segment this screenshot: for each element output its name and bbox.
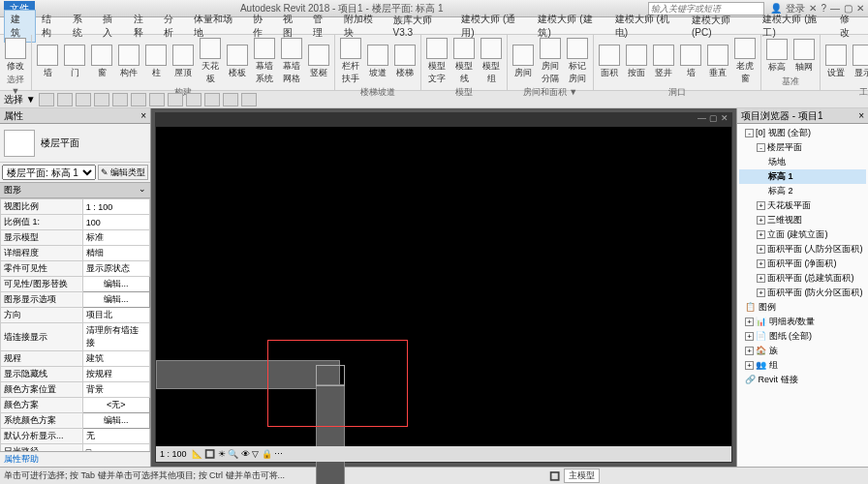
view-control-icons[interactable]: 📐 🔲 ☀ 🔍 👁 ▽ 🔒 ⋯ [192,449,284,459]
view-scale[interactable]: 1 : 100 [160,449,187,459]
ribbon-tool-门[interactable]: 门 [62,44,87,80]
tree-expand-icon[interactable]: + [757,230,765,239]
prop-value[interactable]: □ [82,444,149,452]
qa-btn[interactable] [241,93,257,106]
ribbon-tool-竖梃[interactable]: 竖梃 [306,44,331,80]
prop-value[interactable]: 背景 [82,382,149,398]
viewport[interactable]: — ▢ ✕ 1 : 100 📐 🔲 ☀ 🔍 👁 ▽ 🔒 ⋯ [151,108,736,467]
ribbon-tool-显示[interactable]: 显示 [851,44,868,80]
tree-expand-icon[interactable]: + [757,288,765,297]
view-max-icon[interactable]: ▢ [709,113,718,127]
workset-selector[interactable]: 主模型 [564,469,600,483]
prop-row[interactable]: 图形显示选项编辑... [1,292,150,308]
tree-expand-icon[interactable]: + [745,347,754,355]
tree-node[interactable]: 标高 1 [739,169,866,184]
prop-value[interactable]: 精细 [82,246,149,261]
tree-expand-icon[interactable]: + [757,216,765,225]
properties-help-link[interactable]: 属性帮助 [0,451,150,467]
tree-node[interactable]: +📄 图纸 (全部) [739,329,866,344]
properties-close-icon[interactable]: × [140,110,146,121]
tree-node[interactable]: +面积平面 (人防分区面积) [739,242,866,257]
prop-value[interactable]: 按规程 [82,367,149,382]
ribbon-tool-天花板[interactable]: 天花板 [198,37,223,86]
tree-expand-icon[interactable]: + [745,318,754,326]
prop-row[interactable]: 显示隐藏线按规程 [1,367,150,382]
qa-btn[interactable] [57,93,73,106]
tree-node[interactable]: 🔗 Revit 链接 [739,373,866,387]
ribbon-tool-墙[interactable]: 墙 [35,44,60,80]
ribbon-tool-幕墙网格[interactable]: 幕墙网格 [279,37,304,86]
ribbon-tool-竖井[interactable]: 竖井 [651,44,676,80]
prop-row[interactable]: 颜色方案<无> [1,398,150,413]
ribbon-tool-屋顶[interactable]: 屋顶 [170,44,196,80]
prop-value[interactable]: 编辑... [82,413,149,429]
view-window[interactable]: — ▢ ✕ 1 : 100 📐 🔲 ☀ 🔍 👁 ▽ 🔒 ⋯ [155,112,732,463]
ribbon-tool-构件[interactable]: 构件 [116,44,141,80]
ribbon-tool-楼板[interactable]: 楼板 [225,44,250,80]
tree-node[interactable]: +面积平面 (净面积) [739,257,866,271]
tree-expand-icon[interactable]: + [757,259,765,268]
ribbon-tool-按面[interactable]: 按面 [624,44,649,80]
prop-row[interactable]: 比例值 1:100 [1,215,150,230]
prop-value[interactable]: <无> [82,398,149,413]
prop-value[interactable]: 1 : 100 [82,199,149,215]
tree-expand-icon[interactable]: - [745,129,754,137]
prop-value[interactable]: 编辑... [82,277,149,292]
prop-row[interactable]: 墙连接显示清理所有墙连接 [1,323,150,351]
qa-btn[interactable] [112,93,128,106]
qa-btn[interactable] [76,93,91,106]
prop-value[interactable]: 显示原状态 [82,261,149,277]
ribbon-tool-修改[interactable]: 修改 [3,37,28,74]
tree-node[interactable]: 场地 [739,155,866,169]
prop-row[interactable]: 规程建筑 [1,351,150,367]
tree-node[interactable]: +🏠 族 [739,344,866,358]
tree-expand-icon[interactable]: - [757,143,765,152]
prop-row[interactable]: 视图比例1 : 100 [1,199,150,215]
browser-tree[interactable]: -[0] 视图 (全部)-楼层平面场地标高 1标高 2+天花板平面+三维视图+立… [737,124,868,467]
prop-row[interactable]: 颜色方案位置背景 [1,382,150,398]
prop-row[interactable]: 零件可见性显示原状态 [1,261,150,277]
prop-row[interactable]: 默认分析显示...无 [1,429,150,444]
qa-btn[interactable] [186,93,202,106]
qa-btn[interactable] [131,93,146,106]
prop-row[interactable]: 日光路径□ [1,444,150,452]
prop-value[interactable]: 100 [82,215,149,230]
qa-btn[interactable] [168,93,183,106]
tree-node[interactable]: -楼层平面 [739,140,866,155]
ribbon-tool-模型文字[interactable]: 模型文字 [424,37,450,86]
tree-expand-icon[interactable]: + [745,332,754,341]
tree-expand-icon[interactable]: + [757,201,765,210]
qa-btn[interactable] [39,93,54,106]
props-section-header[interactable]: 图形⌄ [0,182,150,198]
ribbon-tool-墙[interactable]: 墙 [678,44,703,80]
view-close-icon[interactable]: ✕ [721,113,728,127]
tree-node[interactable]: +📊 明细表/数量 [739,315,866,329]
ribbon-tool-楼梯[interactable]: 楼梯 [392,44,418,80]
edit-type-button[interactable]: ✎ 编辑类型 [98,165,148,180]
tree-node[interactable]: +三维视图 [739,213,866,227]
tree-expand-icon[interactable]: + [745,361,754,370]
ribbon-tool-模型线[interactable]: 模型线 [451,37,477,86]
prop-row[interactable]: 详细程度精细 [1,246,150,261]
qa-btn[interactable] [149,93,165,106]
ribbon-tool-窗[interactable]: 窗 [89,44,114,80]
status-icon[interactable]: 🔲 [549,471,560,481]
tree-node[interactable]: 标高 2 [739,184,866,198]
qa-btn[interactable] [94,93,109,106]
prop-value[interactable]: 清理所有墙连接 [82,323,149,351]
ribbon-tool-房间[interactable]: 房间 [511,44,536,80]
view-min-icon[interactable]: — [698,113,706,127]
qa-btn[interactable] [223,93,238,106]
ribbon-tool-柱[interactable]: 柱 [143,44,169,80]
prop-row[interactable]: 可见性/图形替换编辑... [1,277,150,292]
ribbon-tool-标记房间[interactable]: 标记房间 [565,37,590,86]
prop-value[interactable]: 无 [82,429,149,444]
ribbon-tool-设置[interactable]: 设置 [823,44,849,80]
ribbon-tool-面积[interactable]: 面积 [597,44,622,80]
tree-node[interactable]: 📋 图例 [739,300,866,315]
prop-value[interactable]: 标准 [82,230,149,246]
ribbon-tool-栏杆扶手[interactable]: 栏杆扶手 [338,37,363,86]
prop-value[interactable]: 建筑 [82,351,149,367]
tree-node[interactable]: +面积平面 (防火分区面积) [739,286,866,300]
tree-node[interactable]: +面积平面 (总建筑面积) [739,271,866,286]
